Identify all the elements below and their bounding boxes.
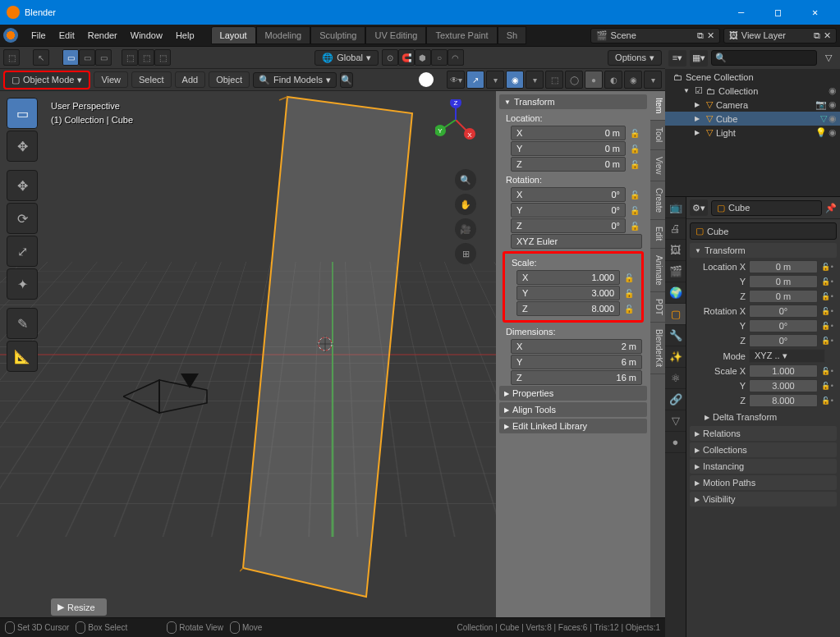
- object-name-field[interactable]: ▢Cube: [690, 222, 837, 240]
- lock-icon[interactable]: 🔓: [821, 263, 830, 271]
- pin-icon[interactable]: 📌: [825, 203, 837, 213]
- prop-rot-mode-field[interactable]: XYZ .. ▾: [749, 349, 825, 363]
- prop-tab-constraints-icon[interactable]: 🔗: [665, 389, 686, 410]
- shading-wire-icon[interactable]: ◯: [565, 71, 583, 89]
- location-z-field[interactable]: Z0 m: [511, 157, 626, 172]
- operator-redo-panel[interactable]: ▶Resize: [51, 598, 107, 616]
- display-mode-icon[interactable]: ▦▾: [690, 50, 708, 66]
- sidebar-tab-animate[interactable]: Animate: [650, 249, 665, 293]
- scene-collection-row[interactable]: 🗀 Scene Collection: [665, 71, 840, 84]
- outliner-type-icon[interactable]: ≡▾: [668, 50, 686, 66]
- scale-x-field[interactable]: X1.000: [516, 270, 620, 285]
- lock-icon[interactable]: 🔓: [821, 307, 830, 315]
- shading-solid-icon[interactable]: ●: [585, 71, 603, 89]
- sidebar-tab-pdt[interactable]: PDT: [650, 292, 665, 323]
- sidebar-tab-blenderkit[interactable]: BlenderKit: [650, 323, 665, 374]
- prop-scale-x-field[interactable]: 1.000: [749, 364, 818, 378]
- lock-icon[interactable]: 🔓: [821, 337, 830, 345]
- blender-icon[interactable]: [3, 28, 18, 43]
- eye-icon[interactable]: ◉: [829, 99, 837, 110]
- delta-transform-header[interactable]: Delta Transform: [700, 410, 837, 424]
- prop-tab-data-icon[interactable]: ▽: [665, 410, 686, 432]
- 3d-viewport[interactable]: User Perspective (1) Collection | Cube ▭…: [0, 91, 665, 617]
- mode-selector[interactable]: ▢ Object Mode ▾: [3, 71, 90, 89]
- object-name-breadcrumb[interactable]: ▢Cube: [711, 200, 822, 216]
- find-models-dropdown[interactable]: 🔍Find Models▾: [253, 72, 337, 88]
- rotate-tool[interactable]: ⟳: [7, 203, 38, 234]
- asset-indicator-icon[interactable]: [419, 72, 434, 87]
- outliner-camera-row[interactable]: ▶ ▽ Camera 📷◉: [665, 98, 840, 112]
- pivot-icon[interactable]: ⊙: [382, 49, 398, 66]
- menu-window[interactable]: Window: [124, 27, 169, 44]
- prop-tab-physics-icon[interactable]: ⚛: [665, 368, 686, 389]
- camera-view-icon[interactable]: 🎥: [455, 218, 476, 240]
- location-x-field[interactable]: X0 m: [511, 126, 626, 140]
- prop-rot-y-field[interactable]: 0°: [749, 319, 818, 332]
- prop-tab-material-icon[interactable]: ●: [665, 432, 686, 453]
- prop-scale-z-field[interactable]: 8.000: [749, 394, 818, 407]
- workspace-tab-more[interactable]: Sh: [498, 26, 526, 44]
- view-menu[interactable]: View: [94, 71, 128, 88]
- prop-tab-object-icon[interactable]: ▢: [665, 304, 686, 325]
- sidebar-tab-create[interactable]: Create: [650, 181, 665, 220]
- light-data-icon[interactable]: 💡: [815, 127, 827, 138]
- menu-help[interactable]: Help: [169, 27, 201, 44]
- lock-icon[interactable]: 🔓: [627, 187, 642, 202]
- close-button[interactable]: ✕: [796, 0, 833, 25]
- edit-linked-panel-header[interactable]: Edit Linked Library: [499, 419, 647, 433]
- move-tool[interactable]: ✥: [7, 170, 38, 201]
- lock-icon[interactable]: 🔓: [627, 126, 642, 140]
- prop-scale-y-field[interactable]: 3.000: [749, 379, 818, 392]
- cube-object[interactable]: [240, 94, 414, 602]
- nav-gizmo[interactable]: X Y Z: [435, 99, 476, 140]
- measure-tool[interactable]: 📐: [7, 341, 38, 372]
- sidebar-tab-edit[interactable]: Edit: [650, 220, 665, 248]
- select-box-tool[interactable]: ▭: [7, 98, 38, 129]
- select-mode-icon[interactable]: ▭: [62, 49, 79, 66]
- menu-file[interactable]: File: [25, 27, 53, 44]
- outliner-cube-row[interactable]: ▶ ▽ Cube ▽◉: [665, 112, 840, 126]
- prop-rot-z-field[interactable]: 0°: [749, 334, 818, 347]
- dim-x-field[interactable]: X2 m: [511, 339, 642, 354]
- viewlayer-selector[interactable]: 🖼View Layer⧉✕: [723, 28, 837, 44]
- lock-icon[interactable]: 🔓: [821, 277, 830, 286]
- pan-icon[interactable]: ✋: [455, 194, 476, 215]
- menu-edit[interactable]: Edit: [53, 27, 81, 44]
- transform-panel-header[interactable]: Transform: [499, 94, 647, 109]
- lock-icon[interactable]: 🔓: [622, 286, 636, 300]
- scale-y-field[interactable]: Y3.000: [516, 286, 620, 300]
- lock-icon[interactable]: 🔓: [627, 218, 642, 233]
- rotation-x-field[interactable]: X0°: [511, 187, 626, 202]
- menu-render[interactable]: Render: [81, 27, 124, 44]
- visibility-section-header[interactable]: Visibility: [690, 492, 837, 506]
- proportional-icon[interactable]: ○: [431, 49, 448, 66]
- collections-section-header[interactable]: Collections: [690, 442, 837, 457]
- sidebar-tab-tool[interactable]: Tool: [650, 121, 665, 149]
- lock-icon[interactable]: 🔓: [821, 396, 830, 405]
- instancing-section-header[interactable]: Instancing: [690, 459, 837, 474]
- prop-loc-y-field[interactable]: 0 m: [749, 275, 818, 288]
- prop-tab-scene-icon[interactable]: 🎬: [665, 261, 686, 282]
- prop-tab-particles-icon[interactable]: ✨: [665, 346, 686, 368]
- dim-z-field[interactable]: Z16 m: [511, 370, 642, 385]
- zoom-icon[interactable]: 🔍: [455, 169, 476, 190]
- minimize-button[interactable]: —: [723, 0, 760, 25]
- editor-type-icon[interactable]: ⬚: [3, 49, 20, 66]
- gizmo-toggle-icon[interactable]: ↗: [466, 71, 484, 89]
- overlay-toggle-icon[interactable]: ◉: [506, 71, 524, 89]
- filter-icon[interactable]: ▽: [820, 53, 837, 63]
- mesh-data-icon[interactable]: ▽: [820, 113, 827, 124]
- object-menu[interactable]: Object: [209, 71, 250, 88]
- lock-icon[interactable]: 🔓: [622, 301, 636, 316]
- workspace-tab-layout[interactable]: Layout: [211, 26, 256, 44]
- prop-tab-modifiers-icon[interactable]: 🔧: [665, 325, 686, 346]
- gizmo-options-icon[interactable]: ▾: [486, 71, 504, 89]
- cursor-tool-icon[interactable]: ↖: [33, 49, 49, 66]
- scale-tool[interactable]: ⤢: [7, 236, 38, 267]
- workspace-tab-uv-editing[interactable]: UV Editing: [365, 26, 426, 44]
- select-menu[interactable]: Select: [131, 71, 172, 88]
- annotate-tool[interactable]: ✎: [7, 308, 38, 339]
- workspace-tab-modeling[interactable]: Modeling: [256, 26, 311, 44]
- snap-icon[interactable]: ⬚: [122, 49, 138, 66]
- cursor-tool[interactable]: ✥: [7, 131, 38, 162]
